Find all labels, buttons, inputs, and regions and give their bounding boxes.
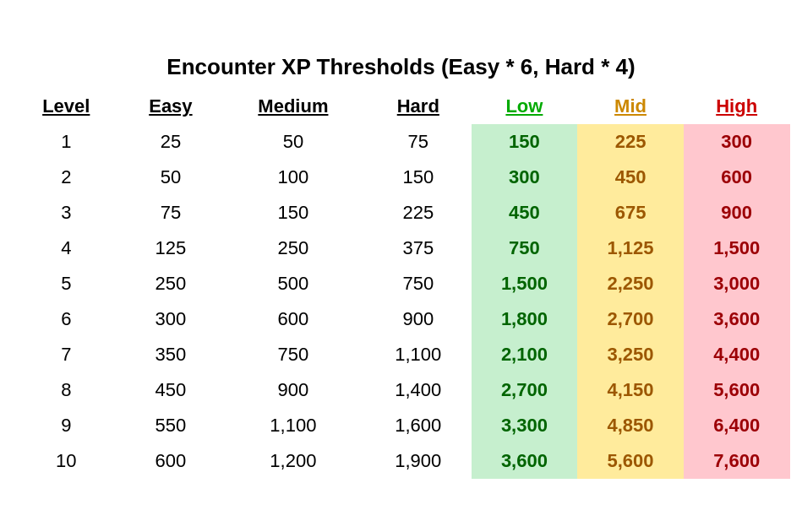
cell-mid: 2,700: [577, 301, 684, 337]
cell-medium: 900: [221, 372, 365, 408]
cell-high: 600: [684, 160, 790, 195]
cell-level: 4: [13, 231, 121, 266]
cell-hard: 75: [365, 124, 472, 160]
xp-table: Level Easy Medium Hard Low Mid High 1255…: [13, 89, 790, 479]
table-row: 95501,1001,6003,3004,8506,400: [13, 408, 790, 443]
cell-medium: 250: [221, 231, 365, 266]
cell-medium: 1,100: [221, 408, 365, 443]
col-header-level: Level: [13, 89, 121, 124]
cell-hard: 375: [365, 231, 472, 266]
cell-low: 450: [472, 195, 578, 231]
cell-easy: 50: [120, 160, 221, 195]
cell-hard: 900: [365, 301, 472, 337]
cell-medium: 100: [221, 160, 365, 195]
cell-high: 6,400: [684, 408, 790, 443]
cell-high: 1,500: [684, 231, 790, 266]
cell-medium: 600: [221, 301, 365, 337]
cell-level: 1: [13, 124, 121, 160]
table-row: 52505007501,5002,2503,000: [13, 266, 790, 301]
table-row: 73507501,1002,1003,2504,400: [13, 337, 790, 372]
cell-easy: 450: [120, 372, 221, 408]
cell-low: 3,300: [472, 408, 578, 443]
cell-easy: 25: [120, 124, 221, 160]
cell-low: 150: [472, 124, 578, 160]
cell-hard: 1,900: [365, 443, 472, 479]
cell-mid: 2,250: [577, 266, 684, 301]
cell-easy: 300: [120, 301, 221, 337]
cell-hard: 150: [365, 160, 472, 195]
cell-high: 900: [684, 195, 790, 231]
main-container: Encounter XP Thresholds (Easy * 6, Hard …: [13, 54, 790, 479]
cell-high: 5,600: [684, 372, 790, 408]
cell-easy: 75: [120, 195, 221, 231]
cell-hard: 1,600: [365, 408, 472, 443]
col-header-medium: Medium: [221, 89, 365, 124]
cell-easy: 350: [120, 337, 221, 372]
cell-hard: 225: [365, 195, 472, 231]
cell-mid: 450: [577, 160, 684, 195]
cell-level: 6: [13, 301, 121, 337]
col-header-easy: Easy: [120, 89, 221, 124]
cell-level: 9: [13, 408, 121, 443]
cell-low: 1,800: [472, 301, 578, 337]
cell-medium: 1,200: [221, 443, 365, 479]
cell-level: 5: [13, 266, 121, 301]
cell-hard: 1,100: [365, 337, 472, 372]
cell-high: 4,400: [684, 337, 790, 372]
cell-mid: 1,125: [577, 231, 684, 266]
page-title: Encounter XP Thresholds (Easy * 6, Hard …: [13, 54, 790, 80]
table-row: 375150225450675900: [13, 195, 790, 231]
table-row: 106001,2001,9003,6005,6007,600: [13, 443, 790, 479]
cell-hard: 1,400: [365, 372, 472, 408]
cell-medium: 500: [221, 266, 365, 301]
cell-high: 3,600: [684, 301, 790, 337]
table-row: 250100150300450600: [13, 160, 790, 195]
cell-medium: 750: [221, 337, 365, 372]
cell-medium: 50: [221, 124, 365, 160]
cell-low: 1,500: [472, 266, 578, 301]
table-row: 41252503757501,1251,500: [13, 231, 790, 266]
cell-level: 10: [13, 443, 121, 479]
cell-mid: 4,850: [577, 408, 684, 443]
cell-high: 7,600: [684, 443, 790, 479]
cell-high: 300: [684, 124, 790, 160]
cell-easy: 125: [120, 231, 221, 266]
table-header-row: Level Easy Medium Hard Low Mid High: [13, 89, 790, 124]
col-header-high: High: [684, 89, 790, 124]
cell-level: 7: [13, 337, 121, 372]
cell-mid: 225: [577, 124, 684, 160]
cell-low: 300: [472, 160, 578, 195]
cell-hard: 750: [365, 266, 472, 301]
cell-medium: 150: [221, 195, 365, 231]
cell-low: 3,600: [472, 443, 578, 479]
cell-level: 3: [13, 195, 121, 231]
cell-easy: 550: [120, 408, 221, 443]
cell-easy: 250: [120, 266, 221, 301]
cell-mid: 5,600: [577, 443, 684, 479]
cell-mid: 675: [577, 195, 684, 231]
table-row: 63006009001,8002,7003,600: [13, 301, 790, 337]
table-body: 1255075150225300250100150300450600375150…: [13, 124, 790, 479]
cell-easy: 600: [120, 443, 221, 479]
col-header-mid: Mid: [577, 89, 684, 124]
table-row: 1255075150225300: [13, 124, 790, 160]
cell-mid: 4,150: [577, 372, 684, 408]
table-row: 84509001,4002,7004,1505,600: [13, 372, 790, 408]
cell-mid: 3,250: [577, 337, 684, 372]
cell-low: 750: [472, 231, 578, 266]
cell-level: 8: [13, 372, 121, 408]
col-header-hard: Hard: [365, 89, 472, 124]
cell-low: 2,100: [472, 337, 578, 372]
col-header-low: Low: [472, 89, 578, 124]
cell-high: 3,000: [684, 266, 790, 301]
cell-level: 2: [13, 160, 121, 195]
cell-low: 2,700: [472, 372, 578, 408]
